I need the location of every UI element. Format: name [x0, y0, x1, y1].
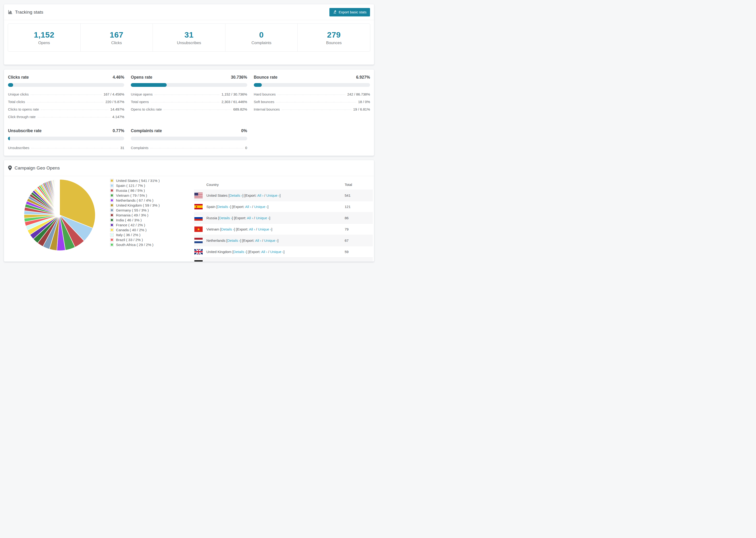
pie-slice[interactable] — [59, 179, 60, 215]
metric-label: Unique opens — [131, 92, 153, 96]
country-name: Spain — [206, 205, 215, 209]
flag-vn-icon — [194, 227, 203, 232]
geo-opens-pie-chart[interactable] — [22, 178, 97, 252]
legend-item: South Africa ( 29 / 2% ) — [110, 242, 160, 247]
total-cell: 121 — [345, 205, 351, 209]
legend-item: France ( 42 / 2% ) — [110, 223, 160, 228]
metric-label: Internal bounces — [254, 107, 280, 111]
tracking-stats-card: Tracking stats Export basic stats 1,152O… — [4, 4, 374, 65]
metric-value: 18 / 0% — [358, 100, 370, 104]
stat-label: Complaints — [225, 41, 298, 45]
table-header-row: Country Total — [194, 179, 373, 190]
legend-swatch — [110, 218, 114, 222]
table-row: Vietnam [Details ›] [Export: All › / Uni… — [194, 224, 373, 235]
export-unique-link[interactable]: Unique › — [254, 205, 267, 209]
dotted-leader — [282, 110, 351, 110]
progress-bar — [254, 83, 370, 87]
export-all-link[interactable]: All › — [249, 227, 255, 231]
stats-summary-row: 1,152Opens167Clicks31Unsubscribes0Compla… — [8, 24, 370, 52]
stat-opens: 1,152Opens — [8, 24, 80, 51]
legend-label: Germany ( 55 / 3% ) — [116, 208, 149, 212]
details-link[interactable]: Details › — [219, 216, 232, 220]
legend-swatch — [110, 179, 114, 183]
export-unique-link[interactable]: Unique › — [266, 193, 280, 197]
legend-swatch — [110, 233, 114, 237]
progress-bar — [8, 83, 124, 87]
progress-bar — [8, 136, 124, 140]
export-unique-link[interactable]: Unique › — [264, 239, 278, 242]
metric-row: Soft bounces18 / 0% — [254, 98, 370, 105]
rate-header: Bounce rate6.927% — [254, 75, 370, 80]
metric-row: Unique opens1,152 / 30.736% — [131, 90, 247, 98]
metric-label: Unique clicks — [8, 92, 28, 96]
export-all-link[interactable]: All › — [261, 250, 267, 254]
total-cell: 67 — [345, 239, 349, 242]
export-all-link[interactable]: All › — [247, 216, 253, 220]
legend-label: South Africa ( 29 / 2% ) — [116, 243, 153, 247]
export-unique-link[interactable]: Unique › — [260, 261, 273, 262]
export-unique-link[interactable]: Unique › — [256, 216, 269, 220]
total-cell: 79 — [345, 227, 349, 231]
progress-bar — [131, 83, 247, 87]
legend-item: Canada ( 40 / 2% ) — [110, 228, 160, 232]
rate-block-bounce-rate: Bounce rate6.927%Hard bounces242 / 86.73… — [254, 75, 370, 120]
metric-label: Click through rate — [8, 115, 36, 119]
metric-row: Opens to clicks rate689.82% — [131, 105, 247, 113]
details-link[interactable]: Details › — [227, 239, 240, 242]
table-row: Russia [Details ›] [Export: All › / Uniq… — [194, 212, 373, 224]
metric-label: Opens to clicks rate — [131, 107, 162, 111]
geo-opens-legend: United States ( 541 / 31% )Spain ( 121 /… — [110, 178, 160, 247]
metric-value: 167 / 4.456% — [104, 92, 124, 96]
stat-label: Unsubscribes — [153, 41, 225, 45]
progress-fill — [8, 83, 13, 87]
country-name: Russia — [206, 216, 217, 220]
country-name: United States — [206, 193, 228, 197]
dotted-leader — [276, 102, 356, 102]
export-all-link[interactable]: All › — [257, 193, 263, 197]
legend-swatch — [110, 203, 114, 207]
rate-value: 0% — [241, 129, 247, 133]
metric-value: 19 / 6.81% — [353, 107, 370, 111]
stat-bounces: 279Bounces — [297, 24, 370, 51]
dotted-leader — [41, 110, 108, 110]
metric-row: Click through rate4.147% — [8, 113, 124, 120]
stat-value: 31 — [153, 30, 225, 39]
legend-label: Russia ( 86 / 5% ) — [116, 188, 145, 193]
export-unique-link[interactable]: Unique › — [270, 250, 284, 254]
country-cell: Netherlands [Details ›] [Export: All › /… — [194, 239, 279, 242]
rate-header: Opens rate30.736% — [131, 75, 247, 80]
country-cell: Germany [Details ›] [Export: All › / Uni… — [194, 261, 274, 262]
country-cell: United Kingdom [Details ›] [Export: All … — [194, 250, 285, 254]
metric-label: Clicks to opens rate — [8, 107, 39, 111]
export-basic-stats-button[interactable]: Export basic stats — [329, 8, 370, 17]
details-link[interactable]: Details › — [221, 227, 234, 231]
export-all-link[interactable]: All › — [255, 239, 261, 242]
legend-label: Brazil ( 33 / 2% ) — [116, 238, 143, 242]
metric-value: 689.82% — [233, 107, 247, 111]
export-all-link[interactable]: All › — [250, 261, 257, 262]
table-row: Spain [Details ›] [Export: All › / Uniqu… — [194, 201, 373, 212]
dotted-leader — [31, 148, 119, 148]
legend-item: United States ( 541 / 31% ) — [110, 178, 160, 183]
rate-header: Clicks rate4.46% — [8, 75, 124, 80]
bar-chart-icon — [8, 10, 13, 14]
export-all-link[interactable]: All › — [245, 205, 251, 209]
rates-card: Clicks rate4.46%Unique clicks167 / 4.456… — [4, 69, 374, 156]
rates-grid: Clicks rate4.46%Unique clicks167 / 4.456… — [4, 70, 374, 151]
details-link[interactable]: Details › — [223, 261, 236, 262]
details-link[interactable]: Details › — [217, 205, 230, 209]
export-unique-link[interactable]: Unique › — [258, 227, 271, 231]
details-link[interactable]: Details › — [233, 250, 246, 254]
legend-item: Brazil ( 33 / 2% ) — [110, 237, 160, 242]
metric-rows: Complaints0 — [131, 144, 247, 151]
metric-row: Total opens2,303 / 61.446% — [131, 98, 247, 105]
rate-header: Unsubscribe rate0.77% — [8, 129, 124, 133]
dotted-leader — [164, 110, 231, 110]
stat-label: Clicks — [81, 41, 153, 45]
metric-row: Internal bounces19 / 6.81% — [254, 105, 370, 113]
rate-header: Complaints rate0% — [131, 129, 247, 133]
flag-gb-icon — [194, 249, 203, 254]
metric-label: Soft bounces — [254, 100, 274, 104]
details-link[interactable]: Details › — [229, 193, 242, 197]
metric-value: 2,303 / 61.446% — [221, 100, 247, 104]
